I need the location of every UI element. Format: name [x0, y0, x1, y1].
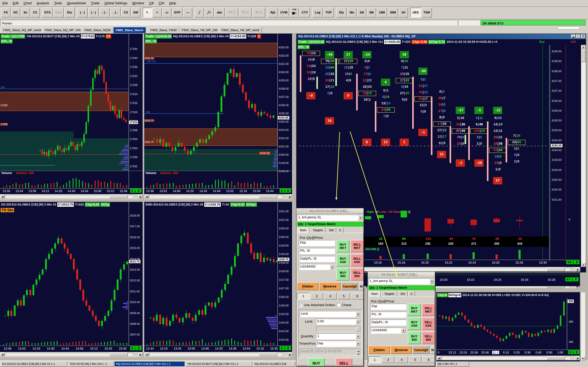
- maximize-button[interactable]: □: [576, 34, 580, 38]
- strategy-select[interactable]: 1_knt pevny SL▼: [297, 215, 363, 221]
- tvw-grid-icon[interactable]: TVW▦+: [290, 8, 299, 17]
- close-button[interactable]: X: [581, 34, 585, 38]
- use-attached-checkbox[interactable]: ✓: [299, 303, 302, 307]
- scroll-right-arrow[interactable]: ▶: [138, 353, 143, 356]
- menu-item-file[interactable]: File: [0, 1, 10, 6]
- scroll-thumb[interactable]: [547, 267, 565, 271]
- sw-button[interactable]: SW: [131, 8, 140, 17]
- chevron-down-icon[interactable]: ▼: [356, 312, 361, 317]
- zoom-circle-icon[interactable]: [376, 273, 379, 276]
- ym-chart-hscrollbar[interactable]: ◀▶: [0, 194, 143, 199]
- scroll-down-arrow[interactable]: ▼: [581, 357, 585, 361]
- qty-preset-5-button[interactable]: 5: [409, 356, 421, 363]
- scroll-thumb[interactable]: [109, 195, 128, 199]
- scroll-thumb[interactable]: [109, 353, 128, 356]
- quantity-select[interactable]: 1▼: [316, 333, 361, 340]
- qty-preset-8-button[interactable]: 8: [351, 293, 363, 300]
- minimize-circle-icon[interactable]: [373, 273, 375, 276]
- scroll-left-arrow[interactable]: ◀: [145, 195, 149, 199]
- panel-tab-targets[interactable]: Targets: [310, 227, 326, 233]
- menu-item-cw[interactable]: CW: [156, 1, 167, 6]
- rectangle-tool-icon[interactable]: ▭: [162, 8, 172, 17]
- fib-tool-icon[interactable]: ╱≡: [205, 8, 214, 17]
- menu-item-spreadsheet[interactable]: Spreadsheet: [64, 1, 88, 6]
- scroll-thumb[interactable]: [259, 353, 277, 356]
- taskbar-item[interactable]: TICK-NYSE [M] 2 Min #10 L: 1: [68, 361, 114, 367]
- ues-button[interactable]: UES: [410, 8, 421, 17]
- sheet-tab-fims_slava_hlavni[interactable]: FIMS_Slava_hlavni: [113, 27, 146, 33]
- tsm-button[interactable]: TSM: [421, 8, 432, 17]
- scroll-left-arrow[interactable]: ◀: [0, 353, 5, 356]
- scroll-right-arrow[interactable]: ▶: [288, 195, 292, 199]
- panel-tab-set[interactable]: Set: [398, 291, 408, 296]
- buy-mkt-button[interactable]: BUYMKT: [408, 304, 421, 316]
- minimize-circle-icon[interactable]: [301, 209, 304, 212]
- nq-window-vscrollbar[interactable]: ▲▼: [581, 45, 586, 267]
- cs-button[interactable]: CS: [121, 8, 130, 17]
- pointer-tool-icon[interactable]: ↖: [143, 8, 152, 17]
- sell-mkt-button[interactable]: SELLMKT: [422, 304, 435, 316]
- order-type-select[interactable]: Limit▼: [300, 311, 361, 317]
- sell-button[interactable]: SELL: [336, 358, 352, 366]
- sell-mkt-button[interactable]: SELLMKT: [351, 240, 363, 252]
- scroll-up-arrow[interactable]: ▲: [581, 45, 586, 49]
- text-tool-icon[interactable]: abc: [214, 8, 225, 17]
- 1m-button[interactable]: 1M: [357, 8, 366, 17]
- chevron-down-icon[interactable]: ▼: [330, 265, 334, 269]
- qty-preset-2-button[interactable]: 2: [382, 356, 394, 363]
- panel-tab-main[interactable]: Main: [368, 291, 381, 297]
- close-circle-icon[interactable]: [369, 273, 372, 276]
- taskbar-item[interactable]: [M] 2 Min #9 L:1: [436, 361, 469, 367]
- menu-item-chart[interactable]: Chart: [21, 1, 34, 6]
- cc-button[interactable]: CC: [31, 8, 40, 17]
- fs-button[interactable]: FS: [1, 8, 10, 17]
- chevron-down-icon[interactable]: ▼: [356, 334, 361, 339]
- chevron-down-icon[interactable]: ▼: [401, 328, 406, 333]
- scroll-left-arrow[interactable]: ◀: [145, 353, 149, 356]
- sheet-tab-fims_slava_ym_mp_24h[interactable]: FIMS_Slava_YM_MP_24h: [179, 27, 220, 33]
- panel-titlebar[interactable]: YM-201412-ECBOT [CB] [...: [368, 272, 435, 277]
- qty-preset-4-button[interactable]: 4: [395, 356, 408, 363]
- line-tool-icon[interactable]: —: [183, 8, 192, 17]
- qty-preset-2-button[interactable]: 2: [311, 293, 323, 300]
- qty-preset-1-button[interactable]: 1: [368, 356, 381, 363]
- sv-button[interactable]: Sv: [21, 8, 30, 17]
- menu-item-global-settings[interactable]: Global Settings: [102, 1, 130, 6]
- cancel-all-button[interactable]: CancelAll: [341, 282, 358, 290]
- nq-window-titlebar[interactable]: NQ-201412-GLOBEX [CB] [M] 2 Min #11 L:1 …: [296, 34, 586, 39]
- ctv-button[interactable]: CTV: [300, 8, 310, 17]
- flatten-button[interactable]: Flatten: [297, 282, 319, 290]
- menu-item-window[interactable]: Window: [130, 1, 147, 6]
- we-button[interactable]: We: [347, 8, 356, 17]
- panel-tab-targets[interactable]: Targets: [381, 291, 397, 296]
- taskbar-item[interactable]: NQ-201412-GLOBEX [CB] [M] 2 Min #11 L:1: [114, 361, 185, 367]
- taskbar-item[interactable]: YM-201412-ECBOT [CB] [M] 2 Min #3 L:1: [186, 361, 252, 367]
- panel-tab-c[interactable]: C: [408, 291, 415, 296]
- scroll-down-arrow[interactable]: ▼: [581, 263, 586, 267]
- tick-vscrollbar[interactable]: ▼: [581, 292, 586, 361]
- scroll-right-arrow[interactable]: ▶: [576, 267, 580, 271]
- panel-titlebar[interactable]: NQ-201412-GLOBEX [CB] [...: [296, 208, 363, 214]
- chevron-down-icon[interactable]: ▼: [356, 319, 361, 324]
- sheet-tab-fims_slava_ym_mp_week[interactable]: FIMS_Slava_YM_MP_week: [219, 27, 262, 33]
- flatten-button[interactable]: Flatten: [368, 346, 390, 354]
- rpl-button[interactable]: Rpl: [268, 8, 278, 17]
- chevron-down-icon[interactable]: ▼: [358, 215, 363, 220]
- qty-preset-5-button[interactable]: 5: [337, 293, 350, 300]
- qty-preset-1-button[interactable]: 1: [297, 293, 310, 300]
- dly-button[interactable]: Dly: [336, 8, 347, 17]
- scroll-right-arrow[interactable]: ▶: [138, 195, 143, 199]
- scroll-thumb[interactable]: [581, 50, 586, 62]
- 5m-button[interactable]: 5M: [367, 8, 376, 17]
- panel-tab-main[interactable]: Main: [297, 227, 309, 233]
- buy-button[interactable]: BUY: [308, 358, 325, 366]
- dts-button[interactable]: DTS: [42, 8, 53, 17]
- buy-ask-button[interactable]: BUYASK: [408, 318, 421, 330]
- dvp-button[interactable]: DVP: [172, 8, 182, 17]
- top-button[interactable]: TOP: [323, 8, 334, 17]
- emd-chart-hscrollbar[interactable]: ◀▶: [144, 352, 293, 357]
- buy-bid-button[interactable]: BUYBID: [408, 332, 421, 344]
- sheet-tab-fims_slava_nq_mp_24h[interactable]: FIMS_Slava_NQ_MP_24h: [42, 27, 83, 33]
- menu-item-help[interactable]: Help: [167, 1, 179, 6]
- m-button[interactable]: M: [359, 282, 363, 290]
